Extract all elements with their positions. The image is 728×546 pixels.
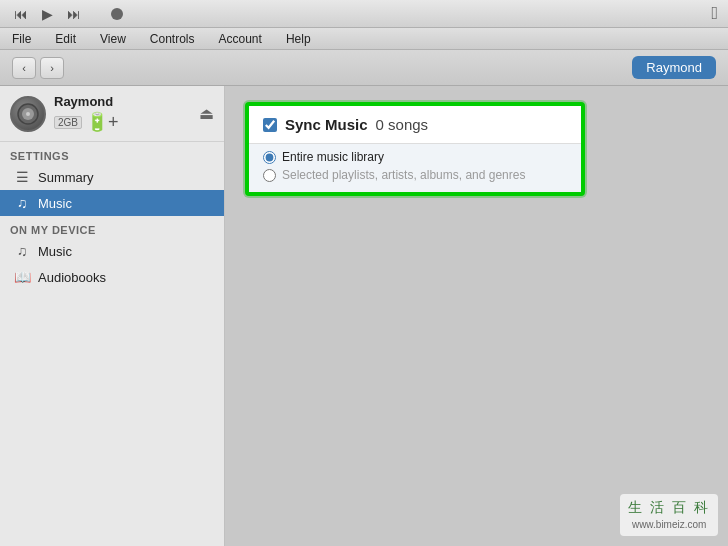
sidebar-item-summary[interactable]: ☰ Summary	[0, 164, 224, 190]
eject-button[interactable]: ⏏	[199, 104, 214, 123]
rewind-button[interactable]: ⏮	[10, 4, 32, 24]
entire-library-row: Entire music library	[263, 150, 567, 164]
sidebar: Raymond 2GB 🔋+ ⏏ Settings ☰ Summary ♫ Mu…	[0, 86, 225, 546]
sync-music-row: Sync Music 0 songs	[249, 106, 581, 143]
selected-row: Selected playlists, artists, albums, and…	[263, 168, 567, 182]
device-header: Raymond 2GB 🔋+ ⏏	[0, 86, 224, 142]
main-layout: Raymond 2GB 🔋+ ⏏ Settings ☰ Summary ♫ Mu…	[0, 86, 728, 546]
forward-button[interactable]: ›	[40, 57, 64, 79]
svg-point-2	[26, 112, 30, 116]
sidebar-device-music-label: Music	[38, 244, 72, 259]
storage-label: 2GB	[54, 116, 82, 129]
sidebar-summary-label: Summary	[38, 170, 94, 185]
menu-help[interactable]: Help	[282, 30, 315, 48]
sync-music-checkbox[interactable]	[263, 118, 277, 132]
apple-logo-icon: 	[711, 3, 718, 24]
sidebar-music-label: Music	[38, 196, 72, 211]
device-storage-row: 2GB 🔋+	[54, 111, 191, 133]
on-my-device-section-label: On My Device	[0, 216, 224, 238]
sync-music-section: Sync Music 0 songs Entire music library …	[245, 102, 585, 196]
back-button[interactable]: ‹	[12, 57, 36, 79]
menu-file[interactable]: File	[8, 30, 35, 48]
sync-options: Entire music library Selected playlists,…	[249, 143, 581, 192]
sidebar-item-audiobooks[interactable]: 📖 Audiobooks	[0, 264, 224, 290]
menu-edit[interactable]: Edit	[51, 30, 80, 48]
audiobooks-icon: 📖	[14, 269, 30, 285]
sidebar-item-device-music[interactable]: ♫ Music	[0, 238, 224, 264]
summary-icon: ☰	[14, 169, 30, 185]
device-name-label: Raymond	[54, 94, 191, 109]
sidebar-item-music[interactable]: ♫ Music	[0, 190, 224, 216]
entire-library-radio[interactable]	[263, 151, 276, 164]
battery-icon: 🔋+	[86, 111, 119, 133]
selected-radio[interactable]	[263, 169, 276, 182]
entire-library-label: Entire music library	[282, 150, 384, 164]
selected-label: Selected playlists, artists, albums, and…	[282, 168, 525, 182]
sync-music-label: Sync Music	[285, 116, 368, 133]
menu-account[interactable]: Account	[215, 30, 266, 48]
watermark-chinese: 生 活 百 科	[628, 498, 710, 518]
device-info: Raymond 2GB 🔋+	[54, 94, 191, 133]
menu-controls[interactable]: Controls	[146, 30, 199, 48]
title-bar: ⏮ ▶ ⏭ 	[0, 0, 728, 28]
user-badge-button[interactable]: Raymond	[632, 56, 716, 79]
fastforward-button[interactable]: ⏭	[63, 4, 85, 24]
settings-section-label: Settings	[0, 142, 224, 164]
device-icon	[10, 96, 46, 132]
device-music-icon: ♫	[14, 243, 30, 259]
sync-music-count: 0 songs	[376, 116, 429, 133]
watermark: 生 活 百 科 www.bimeiz.com	[620, 494, 718, 536]
progress-thumb	[111, 8, 123, 20]
content-area: Sync Music 0 songs Entire music library …	[225, 86, 728, 546]
menu-bar: File Edit View Controls Account Help	[0, 28, 728, 50]
sidebar-audiobooks-label: Audiobooks	[38, 270, 106, 285]
nav-bar: ‹ › Raymond	[0, 50, 728, 86]
play-button[interactable]: ▶	[38, 4, 57, 24]
music-icon: ♫	[14, 195, 30, 211]
nav-buttons: ‹ ›	[12, 57, 64, 79]
menu-view[interactable]: View	[96, 30, 130, 48]
transport-controls: ⏮ ▶ ⏭	[10, 4, 131, 24]
watermark-url: www.bimeiz.com	[628, 518, 710, 532]
